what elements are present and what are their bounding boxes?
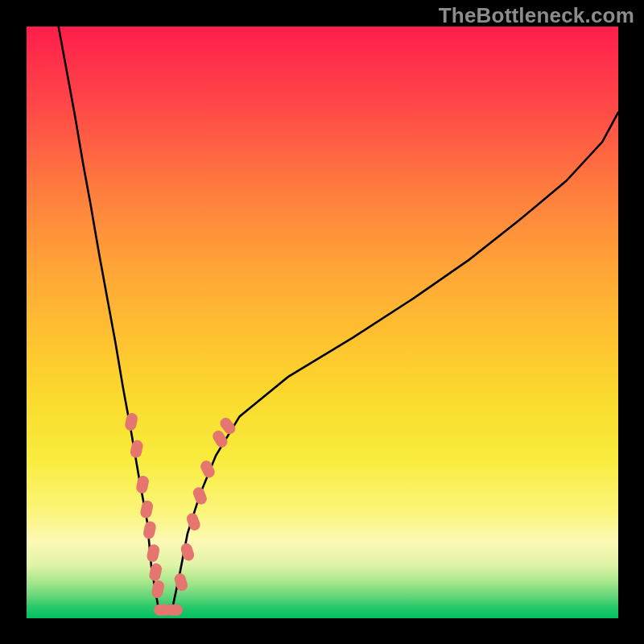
watermark-text: TheBottleneck.com: [439, 3, 634, 28]
svg-rect-12: [185, 511, 202, 531]
chart-plot-area: [27, 27, 618, 618]
svg-rect-13: [192, 485, 208, 506]
svg-rect-0: [124, 412, 138, 431]
chart-frame: TheBottleneck.com: [0, 0, 644, 644]
svg-rect-1: [130, 440, 144, 459]
svg-rect-7: [151, 580, 165, 599]
curve-right-branch: [171, 113, 618, 613]
svg-rect-2: [135, 475, 150, 494]
svg-rect-5: [146, 543, 160, 563]
curve-left-branch: [59, 27, 159, 613]
sample-markers: [124, 412, 237, 616]
svg-rect-4: [142, 520, 157, 539]
svg-rect-3: [139, 500, 154, 519]
svg-rect-9: [165, 605, 183, 616]
chart-svg-layer: [27, 27, 618, 618]
